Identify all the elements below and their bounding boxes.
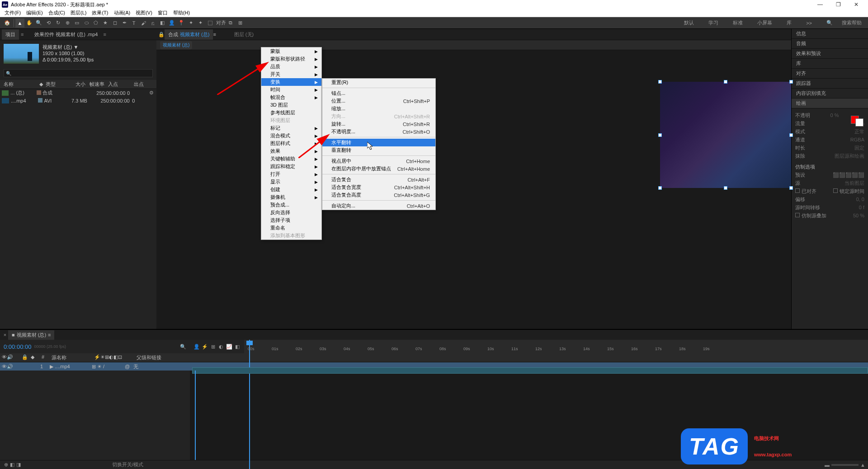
panel-audio[interactable]: 音频: [792, 39, 868, 49]
shape-tool[interactable]: ◻: [110, 19, 119, 28]
ctx-marker[interactable]: 标记▶: [261, 124, 321, 132]
pen-tool[interactable]: ✒: [120, 19, 129, 28]
ctx-quality[interactable]: 品质▶: [261, 63, 321, 70]
ctx-reset[interactable]: 重置(R): [322, 79, 435, 86]
opacity-value[interactable]: 0 %: [830, 113, 839, 118]
poly-tool[interactable]: ⬠: [91, 19, 100, 28]
puppet-tool[interactable]: 📍: [177, 19, 186, 28]
clonesrc-value[interactable]: 50 %: [853, 213, 864, 218]
ctx-time[interactable]: 时间▶: [261, 86, 321, 94]
layer-switches[interactable]: ⊞ ☀ /: [92, 364, 123, 370]
rect-tool[interactable]: ▭: [72, 19, 81, 28]
handle-tl[interactable]: [658, 80, 662, 84]
ctx-camera[interactable]: 摄像机▶: [261, 193, 321, 201]
workspace-default[interactable]: 默认: [680, 19, 698, 26]
clonesrc-checkbox[interactable]: [795, 213, 800, 217]
clone-tool[interactable]: ⎌: [148, 19, 157, 28]
duration-value[interactable]: 固定: [854, 145, 864, 151]
ctx-guide[interactable]: 参考线图层: [261, 109, 321, 117]
bg-swatch[interactable]: [855, 118, 863, 127]
workspace-more[interactable]: >>: [802, 20, 816, 26]
brush-tool[interactable]: 🖌: [139, 19, 148, 28]
snap-icon2[interactable]: ⊞: [236, 19, 245, 28]
comp-tab[interactable]: 合成 视频素材 (总): [165, 29, 213, 40]
row-menu-icon[interactable]: ⚙: [149, 90, 155, 96]
toggle-icon1[interactable]: ⊕: [3, 462, 9, 468]
handle-br[interactable]: [789, 186, 793, 190]
ctx-flipv[interactable]: 垂直翻转: [322, 146, 435, 154]
layer-preview[interactable]: [660, 82, 791, 188]
av-toggle[interactable]: 👁🔊: [2, 364, 20, 370]
col-label[interactable]: ◆: [38, 81, 44, 87]
panel-contentaware[interactable]: 内容识别填充: [792, 89, 868, 98]
rotate-tool[interactable]: ↻: [53, 19, 62, 28]
source-col[interactable]: 源名称: [52, 354, 92, 361]
handle-b[interactable]: [724, 186, 727, 190]
menu-help[interactable]: 帮助(H): [170, 9, 193, 16]
mode-value[interactable]: 正常: [854, 128, 864, 135]
menu-layer[interactable]: 图层(L): [68, 9, 89, 16]
time-ruler[interactable]: 00s01s02s03s04s05s06s07s08s09s10s11s12s1…: [244, 340, 868, 353]
menu-edit[interactable]: 编辑(E): [24, 9, 46, 16]
panel-align[interactable]: 对齐: [792, 69, 868, 79]
col-in[interactable]: 入点: [106, 81, 132, 88]
switches-modes-toggle[interactable]: 切换开关/模式: [112, 461, 143, 468]
asset-name[interactable]: 视频素材 (总) ▼: [42, 44, 78, 50]
lock-icon[interactable]: 🔒: [158, 31, 165, 38]
timeline-tab[interactable]: ■ 视频素材 (总) ≡: [8, 330, 54, 340]
panel-menu-icon[interactable]: ≡: [21, 32, 24, 37]
menu-file[interactable]: 文件(F): [2, 9, 24, 16]
ctx-centeranchor[interactable]: 在图层内容中居中放置锚点Ctrl+Alt+Home: [322, 165, 435, 173]
frame-icon[interactable]: ⊞: [210, 343, 216, 350]
layer-name[interactable]: ▶ ....mp4: [50, 364, 90, 370]
maximize-button[interactable]: ❐: [834, 1, 843, 8]
ctx-anchor[interactable]: 锚点...: [322, 89, 435, 97]
tab-project[interactable]: 项目: [2, 29, 19, 40]
handle-bl[interactable]: [658, 186, 662, 190]
search-input[interactable]: 搜索帮助: [838, 19, 865, 26]
ctx-open[interactable]: 打开▶: [261, 170, 321, 178]
ctx-precomp[interactable]: 预合成...: [261, 201, 321, 209]
parent-col[interactable]: 父级和链接: [137, 354, 173, 361]
col-out[interactable]: 出点: [132, 81, 155, 88]
ctx-3d[interactable]: 3D 图层: [261, 101, 321, 109]
panel-info[interactable]: 信息: [792, 29, 868, 39]
ctx-frameblend[interactable]: 帧混合▶: [261, 94, 321, 101]
col-fps[interactable]: 帧速率: [87, 81, 106, 88]
home-tool[interactable]: 🏠: [3, 19, 12, 28]
ctx-fliph[interactable]: 水平翻转: [322, 139, 435, 146]
menu-composition[interactable]: 合成(C): [46, 9, 68, 16]
col-size[interactable]: 大小: [66, 81, 87, 88]
ellipse-tool[interactable]: ⬭: [82, 19, 91, 28]
ctx-selchild[interactable]: 选择子项: [261, 216, 321, 224]
snap-toggle[interactable]: 对齐: [208, 19, 226, 26]
panel-library[interactable]: 库: [792, 59, 868, 69]
erase-value[interactable]: 图层源和绘画: [835, 153, 864, 159]
channel-value[interactable]: RGBA: [850, 137, 864, 142]
mb-icon[interactable]: ◐: [218, 343, 224, 350]
orbit-tool[interactable]: ⟲: [44, 19, 53, 28]
menu-view[interactable]: 视图(V): [133, 9, 155, 16]
handle-r[interactable]: [789, 133, 793, 137]
ctx-fitcomp[interactable]: 适合复合Ctrl+Alt+F: [322, 176, 435, 183]
ctx-create[interactable]: 创建▶: [261, 186, 321, 193]
ctx-layerstyle[interactable]: 图层样式▶: [261, 140, 321, 147]
parent-dropdown[interactable]: 无: [133, 363, 170, 370]
locksrc-checkbox[interactable]: [833, 188, 838, 193]
workspace-small[interactable]: 小屏幕: [754, 19, 776, 26]
col-name[interactable]: 名称: [2, 81, 38, 88]
fx-icon[interactable]: ⚡: [202, 343, 208, 350]
ctx-blendmode[interactable]: 混合模式▶: [261, 132, 321, 140]
handle-tr[interactable]: [789, 80, 793, 84]
search-icon[interactable]: 🔍: [180, 344, 186, 350]
menu-effect[interactable]: 效果(T): [89, 9, 111, 16]
panel-paint[interactable]: 绘画: [792, 98, 868, 108]
ctx-centerview[interactable]: 视点居中Ctrl+Home: [322, 157, 435, 165]
menu-animation[interactable]: 动画(A): [111, 9, 133, 16]
hand-tool[interactable]: ✋: [25, 19, 34, 28]
ctx-kfassist[interactable]: 关键帧辅助▶: [261, 155, 321, 163]
col-type[interactable]: 类型: [44, 81, 66, 88]
source-value[interactable]: 当前图层: [844, 180, 864, 187]
ctx-trackstab[interactable]: 跟踪和稳定▶: [261, 163, 321, 170]
snap-icon[interactable]: ⧉: [226, 19, 235, 28]
